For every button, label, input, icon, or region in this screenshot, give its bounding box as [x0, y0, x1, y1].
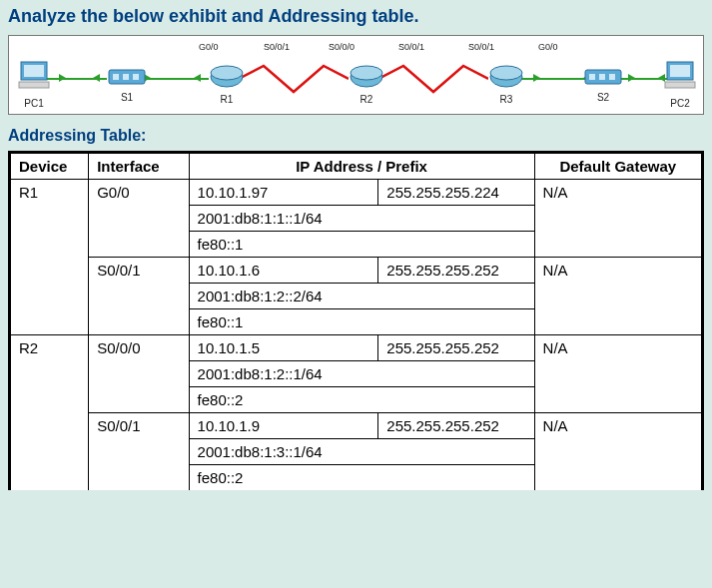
- table-row: R2 S0/0/0 10.10.1.5 255.255.255.252 N/A: [11, 335, 702, 361]
- section-label: Addressing Table:: [0, 115, 712, 151]
- table-row: 2001:db8:1:3::1/64: [11, 439, 702, 465]
- table-row: 2001:db8:1:2::2/64: [11, 284, 702, 309]
- router-icon: [209, 64, 245, 90]
- iface-label: G0/0: [538, 42, 558, 52]
- iface-label: S0/0/0: [329, 42, 355, 52]
- node-r3: R3: [488, 64, 524, 90]
- router-icon: [349, 64, 384, 90]
- link-r2-r3: [378, 64, 488, 94]
- table-row: R1 G0/0 10.10.1.97 255.255.255.224 N/A: [11, 180, 702, 206]
- switch-icon: [107, 66, 147, 88]
- table-row: S0/0/1 10.10.1.9 255.255.255.252 N/A: [11, 413, 702, 439]
- svg-rect-6: [133, 74, 139, 80]
- table-row: fe80::2: [11, 465, 702, 491]
- svg-rect-5: [123, 74, 129, 80]
- col-device: Device: [11, 154, 89, 180]
- svg-rect-2: [19, 82, 49, 88]
- link-r1-r2: [239, 64, 349, 94]
- iface-label: S0/0/1: [264, 42, 290, 52]
- table-row: fe80::1: [11, 232, 702, 258]
- router-icon: [488, 64, 524, 90]
- table-row: 2001:db8:1:2::1/64: [11, 361, 702, 387]
- node-r2: R2: [349, 64, 384, 90]
- node-pc1: PC1: [17, 58, 51, 92]
- switch-icon: [583, 66, 623, 88]
- svg-point-12: [490, 66, 522, 80]
- col-ip: IP Address / Prefix: [189, 154, 534, 180]
- svg-rect-1: [24, 65, 44, 77]
- svg-point-8: [211, 66, 243, 80]
- svg-rect-15: [599, 74, 605, 80]
- svg-rect-18: [670, 65, 690, 77]
- addressing-table: Device Interface IP Address / Prefix Def…: [8, 151, 704, 490]
- iface-label: S0/0/1: [398, 42, 424, 52]
- table-row: fe80::2: [11, 387, 702, 413]
- svg-rect-4: [113, 74, 119, 80]
- table-row: S0/0/1 10.10.1.6 255.255.255.252 N/A: [11, 258, 702, 284]
- pc-icon: [663, 58, 697, 92]
- table-row: fe80::1: [11, 309, 702, 335]
- iface-label: S0/0/1: [468, 42, 494, 52]
- page-title: Analyze the below exhibit and Addressing…: [0, 0, 712, 35]
- table-row: 2001:db8:1:1::1/64: [11, 206, 702, 232]
- table-header-row: Device Interface IP Address / Prefix Def…: [11, 154, 702, 180]
- iface-label: G0/0: [199, 42, 219, 52]
- col-interface: Interface: [89, 154, 189, 180]
- svg-rect-14: [589, 74, 595, 80]
- node-r1: R1: [209, 64, 245, 90]
- node-s1: S1: [107, 66, 147, 88]
- node-pc2: PC2: [663, 58, 697, 92]
- node-s2: S2: [583, 66, 623, 88]
- pc-icon: [17, 58, 51, 92]
- topology-diagram: PC1 S1 R1 R2: [8, 35, 704, 115]
- svg-point-10: [351, 66, 382, 80]
- col-gateway: Default Gateway: [534, 154, 701, 180]
- svg-rect-19: [665, 82, 695, 88]
- svg-rect-16: [609, 74, 615, 80]
